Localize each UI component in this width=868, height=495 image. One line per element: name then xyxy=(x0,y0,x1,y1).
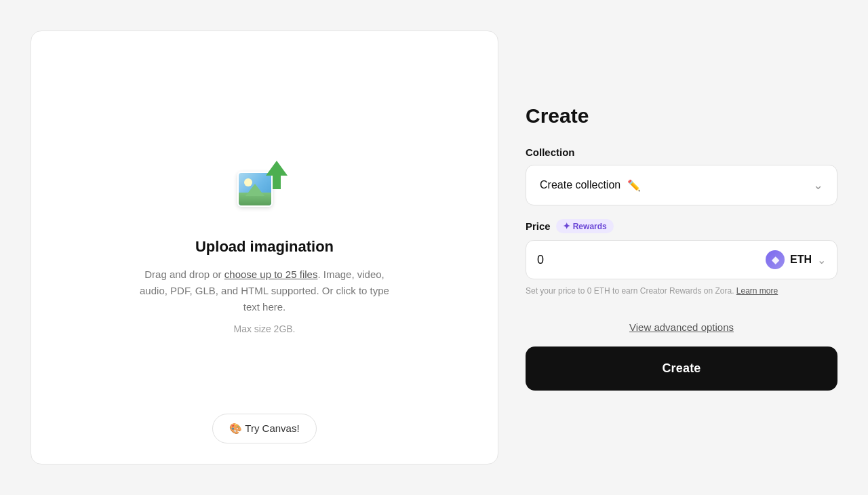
price-hint: Set your price to 0 ETH to earn Creator … xyxy=(526,285,837,297)
rewards-badge: ✦ Rewards xyxy=(556,219,614,233)
upload-icon-area xyxy=(237,161,292,222)
arrow-head xyxy=(266,161,288,176)
page-title: Create xyxy=(526,104,837,127)
collection-value: Create collection xyxy=(540,179,620,191)
chevron-down-icon: ⌄ xyxy=(813,178,823,193)
create-button[interactable]: Create xyxy=(526,346,837,391)
upload-title: Upload imagination xyxy=(195,238,334,256)
upload-description: Drag and drop or choose up to 25 files. … xyxy=(136,266,393,315)
collection-dropdown-left: Create collection ✏️ xyxy=(540,179,641,192)
rewards-badge-label: Rewards xyxy=(573,222,607,231)
edit-icon: ✏️ xyxy=(627,179,641,192)
canvas-button-label: 🎨 Try Canvas! xyxy=(229,422,299,435)
collection-section: Collection Create collection ✏️ ⌄ xyxy=(526,146,837,205)
price-input[interactable] xyxy=(537,253,605,267)
eth-selector[interactable]: ETH ⌄ xyxy=(766,250,826,269)
price-label: Price ✦ Rewards xyxy=(526,219,837,233)
rewards-icon: ✦ xyxy=(563,221,570,231)
upload-description-text1: Drag and drop or xyxy=(144,269,224,280)
max-size-text: Max size 2GB. xyxy=(233,323,295,334)
arrow-body xyxy=(273,176,281,189)
price-section: Price ✦ Rewards ETH ⌄ Set your price to … xyxy=(526,219,837,297)
upload-panel[interactable]: Upload imagination Drag and drop or choo… xyxy=(31,31,498,464)
collection-dropdown[interactable]: Create collection ✏️ ⌄ xyxy=(526,165,837,205)
price-input-wrapper: ETH ⌄ xyxy=(526,240,837,279)
eth-chevron-icon: ⌄ xyxy=(817,254,826,266)
upload-arrow-icon xyxy=(262,161,292,199)
create-panel: Create Collection Create collection ✏️ ⌄… xyxy=(526,98,837,397)
advanced-options-link[interactable]: View advanced options xyxy=(526,321,837,333)
choose-files-link[interactable]: choose up to 25 files xyxy=(224,269,318,280)
collection-label: Collection xyxy=(526,146,837,158)
eth-avatar-icon xyxy=(766,250,785,269)
learn-more-link[interactable]: Learn more xyxy=(736,286,778,296)
price-hint-text: Set your price to 0 ETH to earn Creator … xyxy=(526,286,734,296)
eth-label: ETH xyxy=(790,254,812,266)
try-canvas-button[interactable]: 🎨 Try Canvas! xyxy=(212,414,316,443)
